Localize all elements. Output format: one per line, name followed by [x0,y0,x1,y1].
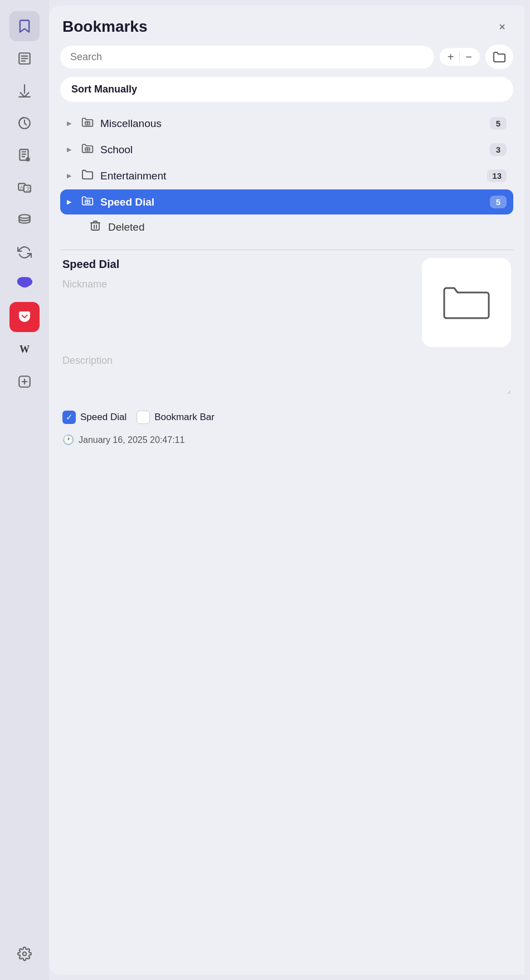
folder-icon-school [80,143,95,157]
main-panel: Bookmarks × + − Sort Manually ▶ [49,6,524,974]
detail-description[interactable]: Description [62,353,511,367]
svg-point-16 [23,952,27,956]
timestamp-row: 🕐 January 16, 2025 20:47:11 [62,434,511,451]
bookmark-item-school[interactable]: ▶ School 3 [60,137,513,162]
folder-button[interactable] [485,45,513,69]
svg-rect-26 [91,223,99,230]
sidebar-icon-download[interactable] [9,76,40,106]
bookmark-count-speeddial: 5 [490,196,507,208]
expand-arrow-speeddial: ▶ [67,198,75,206]
search-input-wrap [60,46,434,69]
svg-text:文: 文 [26,186,31,192]
bookmark-name-entertainment: Entertainment [100,170,482,182]
folder-icon-speeddial [80,195,95,209]
panel-header: Bookmarks × [49,6,524,45]
resize-handle[interactable]: ⌟ [507,384,511,395]
checkbox-bookmarkbar-label: Bookmark Bar [154,412,215,423]
detail-description-area: Description ⌟ [62,353,511,397]
bookmark-count-miscellanous: 5 [490,117,507,130]
sort-label: Sort Manually [71,84,137,95]
detail-folder-preview [422,258,511,347]
close-button[interactable]: × [493,18,511,36]
folder-icon-entertainment [80,169,95,183]
panel-title: Bookmarks [62,18,148,36]
timestamp-icon: 🕐 [62,434,74,446]
detail-left-col: Speed Dial Nickname [62,258,411,290]
trash-icon-deleted [88,220,103,234]
panel-divider [60,250,513,250]
checkbox-bookmarkbar[interactable]: Bookmark Bar [137,411,215,424]
sidebar-icon-add[interactable] [9,367,40,397]
bookmark-name-deleted: Deleted [108,221,507,233]
bookmark-name-school: School [100,144,484,156]
checkbox-speeddial-box[interactable]: ✓ [62,411,76,424]
sidebar-icon-pocket[interactable] [9,302,40,332]
checkbox-row: ✓ Speed Dial Bookmark Bar [62,403,511,428]
checkbox-check-icon: ✓ [66,412,73,422]
folder-icon-miscellanous [80,116,95,130]
bookmark-item-speeddial[interactable]: ▶ Speed Dial 5 [60,189,513,214]
bookmark-item-entertainment[interactable]: ▶ Entertainment 13 [60,163,513,188]
sidebar: A 文 W [0,0,49,980]
bookmark-list: ▶ Miscellanous 5 ▶ [49,108,524,242]
sort-label-row[interactable]: Sort Manually [60,77,513,102]
bookmark-count-school: 3 [490,143,507,156]
checkbox-speeddial-label: Speed Dial [80,412,127,423]
sidebar-icon-wikipedia[interactable]: W [9,334,40,364]
checkbox-speeddial[interactable]: ✓ Speed Dial [62,411,127,424]
remove-bookmark-button[interactable]: − [465,51,472,62]
bookmark-name-speeddial: Speed Dial [100,196,484,208]
add-bookmark-button[interactable]: + [448,51,454,62]
sidebar-icon-notes[interactable] [9,140,40,170]
detail-nickname[interactable]: Nickname [62,279,411,290]
timestamp-value: January 16, 2025 20:47:11 [79,435,184,445]
sidebar-icon-stash[interactable] [9,205,40,235]
bookmark-count-entertainment: 13 [487,169,507,182]
checkbox-bookmarkbar-box[interactable] [137,411,150,424]
bookmark-name-miscellanous: Miscellanous [100,118,484,130]
search-toolbar: + − [49,45,524,77]
sidebar-icon-sync[interactable] [9,237,40,267]
sidebar-icon-translate[interactable]: A 文 [9,173,40,203]
toolbar-divider [459,51,460,62]
svg-point-12 [19,214,30,218]
bookmark-item-deleted[interactable]: Deleted [60,216,513,238]
detail-title: Speed Dial [62,258,411,271]
expand-arrow-entertainment: ▶ [67,172,75,179]
svg-text:A: A [20,184,23,190]
sidebar-icon-reader[interactable] [9,43,40,74]
sidebar-icon-bookmark[interactable] [9,11,40,41]
bookmark-item-miscellanous[interactable]: ▶ Miscellanous 5 [60,111,513,136]
sidebar-icon-mastodon[interactable] [9,270,40,300]
expand-arrow-miscellanous: ▶ [67,120,75,127]
search-input[interactable] [70,51,424,63]
sidebar-icon-settings[interactable] [9,939,40,969]
detail-section: Speed Dial Nickname Description ⌟ ✓ Spee… [49,258,524,451]
expand-arrow-school: ▶ [67,146,75,153]
add-remove-group: + − [440,48,480,66]
detail-top-row: Speed Dial Nickname [62,258,511,347]
sidebar-icon-history[interactable] [9,108,40,138]
